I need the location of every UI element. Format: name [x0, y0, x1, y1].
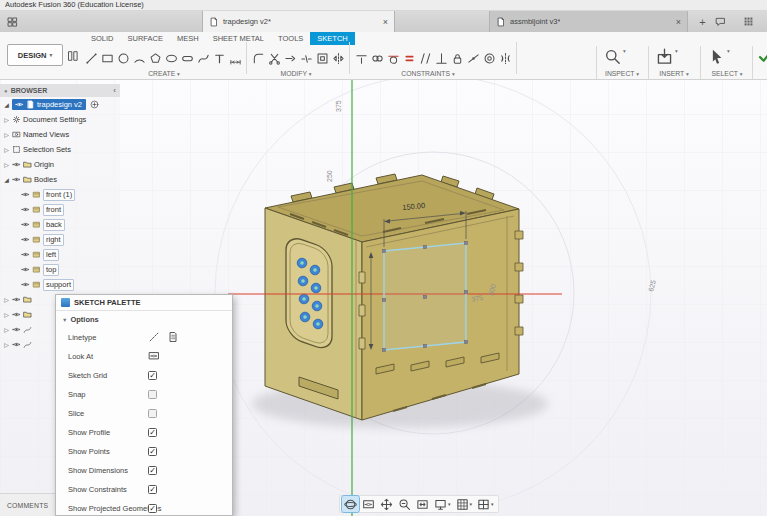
eye-icon[interactable]: [12, 295, 21, 304]
eye-icon[interactable]: [12, 310, 21, 319]
group-label-constraints[interactable]: CONSTRAINTS ▾: [401, 70, 454, 77]
tree-down-arrow-icon[interactable]: ◢: [3, 101, 10, 108]
browser-row-front[interactable]: front: [0, 202, 120, 217]
equal-tool-button[interactable]: [402, 49, 416, 67]
perpendicular-tool-button[interactable]: [434, 49, 448, 67]
tree-right-arrow-icon[interactable]: ▷: [3, 131, 10, 138]
inspect-group-button[interactable]: ▾: [604, 48, 626, 65]
file-shelf-icon[interactable]: [67, 48, 79, 66]
fix-tool-button[interactable]: [450, 49, 464, 67]
look-at-button[interactable]: [148, 350, 160, 364]
look-at-nav-button[interactable]: [360, 496, 377, 512]
chevron-down-icon[interactable]: ▾: [470, 501, 473, 507]
tab-close-icon[interactable]: ×: [676, 17, 681, 27]
line-tool-button[interactable]: [84, 49, 98, 67]
tree-down-arrow-icon[interactable]: ◢: [3, 176, 10, 183]
chevron-down-icon[interactable]: ▾: [448, 501, 451, 507]
new-tab-button[interactable]: +: [694, 13, 711, 30]
box-window[interactable]: [286, 234, 332, 352]
ribbon-tab-tools[interactable]: TOOLS: [271, 32, 310, 45]
browser-row-back[interactable]: back: [0, 217, 120, 232]
tangent-tool-button[interactable]: [386, 49, 400, 67]
display-settings-nav-button[interactable]: ▾: [432, 496, 453, 512]
tree-right-arrow-icon[interactable]: ▷: [3, 116, 10, 123]
selected-root-chip[interactable]: trapdesign v2: [12, 99, 86, 110]
text-tool-button[interactable]: [212, 49, 226, 67]
rectangle-tool-button[interactable]: [100, 49, 114, 67]
chevron-down-icon[interactable]: ▾: [623, 48, 626, 54]
polygon-tool-button[interactable]: [148, 49, 162, 67]
finish-sketch-button[interactable]: [757, 48, 767, 65]
offset-tool-button[interactable]: [315, 49, 329, 67]
extend-tool-button[interactable]: [283, 49, 297, 67]
comment-bubble-icon[interactable]: [712, 13, 729, 30]
group-label-select[interactable]: SELECT ▾: [712, 70, 743, 77]
show-projected-geometries-checkbox[interactable]: [148, 504, 157, 513]
tree-right-arrow-icon[interactable]: ▷: [3, 326, 10, 333]
section-expand-icon[interactable]: ▼: [62, 317, 67, 323]
eye-icon[interactable]: [12, 340, 21, 349]
construction-line-button[interactable]: [148, 331, 160, 345]
design-workspace-dropdown[interactable]: DESIGN ▾: [7, 44, 63, 66]
eye-icon[interactable]: [12, 175, 21, 184]
dimension-tool-button[interactable]: [228, 49, 242, 67]
eye-icon[interactable]: [21, 220, 30, 229]
show-dimensions-checkbox[interactable]: [148, 466, 157, 475]
horizontal-vertical-tool-button[interactable]: [354, 49, 368, 67]
browser-row-right[interactable]: right: [0, 232, 120, 247]
midpoint-tool-button[interactable]: [466, 49, 480, 67]
tree-right-arrow-icon[interactable]: ▷: [3, 311, 10, 318]
browser-row-origin[interactable]: ▷Origin: [0, 157, 120, 172]
fillet-tool-button[interactable]: [251, 49, 265, 67]
slice-checkbox[interactable]: [148, 409, 157, 418]
group-label-insert[interactable]: INSERT ▾: [659, 70, 688, 77]
eye-icon[interactable]: [21, 250, 30, 259]
show-constraints-checkbox[interactable]: [148, 485, 157, 494]
coincident-tool-button[interactable]: [370, 49, 384, 67]
data-panel-toggle-icon[interactable]: [4, 13, 21, 30]
app-grid-icon[interactable]: [740, 13, 757, 30]
parallel-tool-button[interactable]: [418, 49, 432, 67]
eye-icon[interactable]: [21, 190, 30, 199]
browser-header[interactable]: ● BROWSER ‹: [0, 84, 120, 97]
chevron-down-icon[interactable]: ▾: [675, 48, 678, 54]
show-points-checkbox[interactable]: [148, 447, 157, 456]
browser-row-named-views[interactable]: ▷Named Views: [0, 127, 120, 142]
concentric-tool-button[interactable]: [482, 49, 496, 67]
eye-icon[interactable]: [21, 265, 30, 274]
add-component-icon[interactable]: [90, 100, 99, 109]
trim-tool-button[interactable]: [267, 49, 281, 67]
document-tab-trapdesign-v2[interactable]: trapdesign v2*×: [202, 11, 395, 32]
browser-row-front-1[interactable]: front (1): [0, 187, 120, 202]
sketch-palette-header[interactable]: SKETCH PALETTE: [56, 295, 232, 311]
ribbon-tab-sheet-metal[interactable]: SHEET METAL: [206, 32, 271, 45]
group-label-modify[interactable]: MODIFY ▾: [281, 70, 312, 77]
tree-right-arrow-icon[interactable]: ▷: [3, 341, 10, 348]
browser-row-left[interactable]: left: [0, 247, 120, 262]
tree-right-arrow-icon[interactable]: ▷: [3, 296, 10, 303]
eye-icon[interactable]: [12, 160, 21, 169]
centerline-button[interactable]: [167, 331, 179, 345]
browser-row-document-settings[interactable]: ▷Document Settings: [0, 112, 120, 127]
select-group-button[interactable]: ▾: [708, 48, 730, 65]
break-tool-button[interactable]: [299, 49, 313, 67]
snap-checkbox[interactable]: [148, 390, 157, 399]
document-tab-assmbljoint-v3[interactable]: assmbljoint v3*×: [489, 11, 688, 32]
fit-nav-button[interactable]: [414, 496, 431, 512]
eye-icon[interactable]: [21, 235, 30, 244]
options-section-header[interactable]: ▼ Options: [56, 311, 232, 328]
eye-icon[interactable]: [21, 205, 30, 214]
eye-icon[interactable]: [21, 280, 30, 289]
eye-icon[interactable]: [15, 100, 24, 109]
browser-row-bodies[interactable]: ◢Bodies: [0, 172, 120, 187]
tab-close-icon[interactable]: ×: [383, 17, 388, 27]
ribbon-tab-solid[interactable]: SOLID: [84, 32, 121, 45]
chevron-down-icon[interactable]: ▾: [727, 48, 730, 54]
tree-right-arrow-icon[interactable]: ▷: [3, 161, 10, 168]
zoom-nav-button[interactable]: [396, 496, 413, 512]
grid-settings-nav-button[interactable]: ▾: [454, 496, 475, 512]
chevron-down-icon[interactable]: ▾: [491, 501, 494, 507]
ellipse-tool-button[interactable]: [164, 49, 178, 67]
ribbon-tab-mesh[interactable]: MESH: [170, 32, 206, 45]
arc-tool-button[interactable]: [132, 49, 146, 67]
